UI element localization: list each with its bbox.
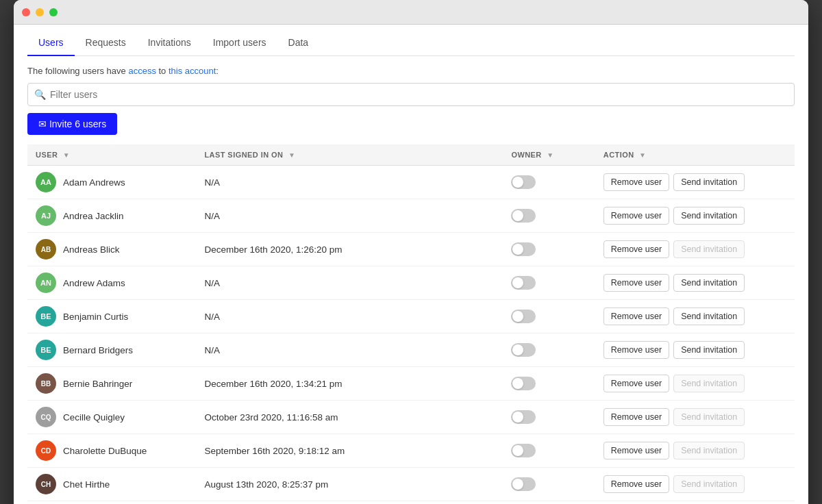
owner-cell: [503, 401, 595, 434]
minimize-button[interactable]: [36, 8, 44, 16]
last-signed-in-cell: September 16th 2020, 9:18:12 am: [196, 434, 503, 468]
owner-toggle[interactable]: [511, 310, 536, 323]
user-name: Andrea Jacklin: [63, 211, 124, 221]
avatar: AB: [36, 239, 56, 260]
users-table: USER ▼ LAST SIGNED IN ON ▼ OWNER ▼ ACTIO…: [27, 144, 795, 504]
tab-data[interactable]: Data: [277, 30, 320, 56]
col-header-action[interactable]: ACTION ▼: [595, 144, 795, 166]
remove-user-button[interactable]: Remove user: [603, 375, 669, 392]
table-row: AJAndrea JacklinN/ARemove userSend invit…: [27, 199, 795, 233]
send-invitation-button[interactable]: Send invitation: [673, 341, 745, 359]
avatar: BB: [36, 373, 56, 394]
col-header-user[interactable]: USER ▼: [27, 144, 196, 166]
last-signed-in-cell: N/A: [196, 199, 503, 233]
owner-toggle[interactable]: [511, 209, 536, 223]
owner-sort-icon: ▼: [547, 151, 553, 159]
search-input[interactable]: [27, 83, 795, 106]
maximize-button[interactable]: [49, 8, 58, 16]
send-invitation-button: Send invitation: [673, 475, 745, 493]
owner-cell: [503, 434, 595, 468]
user-cell: AAAdam Andrews: [27, 166, 196, 199]
table-row: CQCecille QuigleyOctober 23rd 2020, 11:1…: [27, 401, 795, 434]
last-signed-in-cell: August 13th 2020, 8:25:37 pm: [196, 468, 503, 501]
remove-user-button[interactable]: Remove user: [603, 307, 669, 325]
send-invitation-button[interactable]: Send invitation: [673, 274, 745, 292]
owner-cell: [503, 367, 595, 401]
user-cell: ANAndrew Adams: [27, 266, 196, 300]
owner-toggle[interactable]: [511, 343, 536, 357]
action-sort-icon: ▼: [639, 151, 646, 159]
titlebar: [14, 0, 808, 25]
tab-requests[interactable]: Requests: [75, 30, 137, 56]
tab-users[interactable]: Users: [27, 30, 75, 56]
user-cell: ABAndreas Blick: [27, 233, 196, 266]
owner-toggle[interactable]: [511, 377, 536, 390]
action-cell: Remove userSend invitation: [595, 468, 795, 501]
send-invitation-button[interactable]: Send invitation: [673, 307, 745, 325]
table-row: CHChet HirtheAugust 13th 2020, 8:25:37 p…: [27, 468, 795, 501]
last-signed-in-cell: N/A: [196, 333, 503, 367]
table-row: CDCharolette DuBuqueSeptember 16th 2020,…: [27, 434, 795, 468]
avatar: AN: [36, 273, 56, 293]
remove-user-button[interactable]: Remove user: [603, 240, 669, 258]
table-row: AAAdam AndrewsN/ARemove userSend invitat…: [27, 166, 795, 199]
action-cell: Remove userSend invitation: [595, 401, 795, 434]
owner-toggle[interactable]: [511, 175, 536, 189]
page-description: The following users have access to this …: [27, 66, 795, 76]
owner-toggle[interactable]: [511, 242, 536, 256]
action-cell: Remove userSend invitation: [595, 333, 795, 367]
user-name: Cecille Quigley: [63, 412, 125, 423]
col-header-owner[interactable]: OWNER ▼: [503, 144, 595, 166]
owner-toggle[interactable]: [511, 477, 536, 491]
owner-cell: [503, 233, 595, 266]
owner-toggle[interactable]: [511, 444, 536, 457]
user-sort-icon: ▼: [63, 151, 70, 159]
tab-bar: Users Requests Invitations Import users …: [27, 25, 795, 56]
owner-toggle[interactable]: [511, 410, 536, 424]
close-button[interactable]: [22, 8, 30, 16]
user-cell: AJAndrea Jacklin: [27, 199, 196, 233]
send-invitation-button[interactable]: Send invitation: [673, 173, 745, 191]
search-icon: 🔍: [34, 89, 46, 100]
remove-user-button[interactable]: Remove user: [603, 274, 669, 292]
remove-user-button[interactable]: Remove user: [603, 408, 669, 426]
action-cell: Remove userSend invitation: [595, 367, 795, 401]
avatar: AJ: [36, 205, 56, 226]
send-invitation-button: Send invitation: [673, 442, 745, 459]
owner-cell: [503, 266, 595, 300]
avatar: CD: [36, 440, 56, 461]
table-header-row: USER ▼ LAST SIGNED IN ON ▼ OWNER ▼ ACTIO…: [27, 144, 795, 166]
last-signed-in-cell: December 16th 2020, 1:34:21 pm: [196, 367, 503, 401]
remove-user-button[interactable]: Remove user: [603, 173, 669, 191]
avatar: BE: [36, 306, 56, 327]
access-link[interactable]: access: [128, 66, 155, 76]
table-row: BBBernie BahringerDecember 16th 2020, 1:…: [27, 367, 795, 401]
tab-invitations[interactable]: Invitations: [137, 30, 202, 56]
user-name: Benjamin Curtis: [63, 312, 128, 322]
last-signed-in-cell: April 7th 2021, 12:37:11 pm: [196, 501, 503, 505]
col-header-last-signed-in[interactable]: LAST SIGNED IN ON ▼: [196, 144, 503, 166]
user-name: Chet Hirthe: [63, 479, 110, 490]
owner-cell: [503, 501, 595, 505]
owner-toggle[interactable]: [511, 276, 536, 290]
owner-cell: [503, 300, 595, 333]
action-cell: Remove userSend invitation: [595, 434, 795, 468]
invite-users-button[interactable]: ✉ Invite 6 users: [27, 113, 117, 135]
account-link[interactable]: this account: [169, 66, 216, 76]
owner-cell: [503, 166, 595, 199]
last-signed-in-cell: December 16th 2020, 1:26:20 pm: [196, 233, 503, 266]
avatar: CQ: [36, 407, 56, 427]
remove-user-button[interactable]: Remove user: [603, 442, 669, 459]
action-cell: Remove userSend invitation: [595, 199, 795, 233]
last-signed-sort-icon: ▼: [288, 151, 295, 159]
avatar: AA: [36, 172, 56, 192]
send-invitation-button: Send invitation: [673, 375, 745, 392]
remove-user-button[interactable]: Remove user: [603, 207, 669, 225]
tab-import-users[interactable]: Import users: [202, 30, 277, 56]
remove-user-button[interactable]: Remove user: [603, 475, 669, 493]
user-name: Bernie Bahringer: [63, 379, 132, 389]
user-cell: BEBernard Bridgers: [27, 333, 196, 367]
send-invitation-button[interactable]: Send invitation: [673, 207, 745, 225]
last-signed-in-cell: October 23rd 2020, 11:16:58 am: [196, 401, 503, 434]
remove-user-button[interactable]: Remove user: [603, 341, 669, 359]
